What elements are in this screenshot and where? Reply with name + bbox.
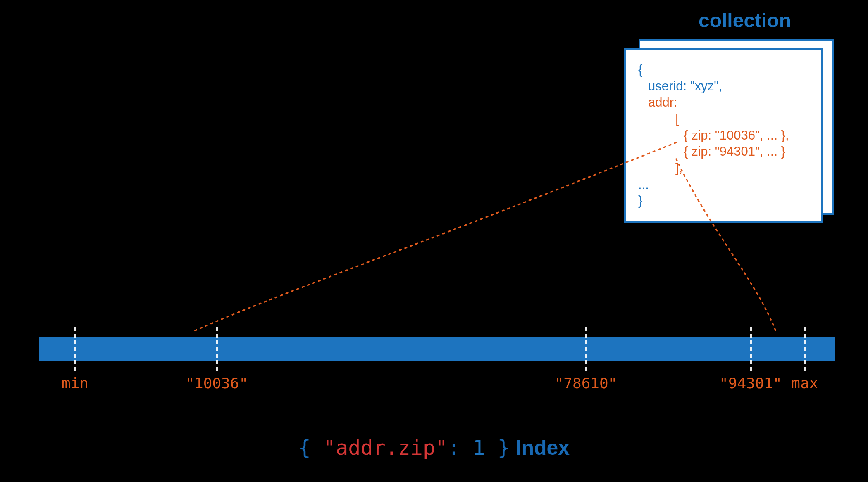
doc-open-brace: { xyxy=(638,62,808,78)
index-tick-label: "78610" xyxy=(555,375,618,392)
index-tick xyxy=(804,327,806,371)
caption-field: "addr.zip" xyxy=(323,436,448,460)
index-tick xyxy=(750,327,752,371)
index-tick-label: min xyxy=(62,375,88,392)
caption-lbrace: { xyxy=(298,436,323,460)
index-caption: { "addr.zip": 1 } Index xyxy=(0,436,868,460)
doc-array-open: [ xyxy=(638,111,808,127)
index-tick-label: max xyxy=(791,375,818,392)
doc-array-close: ], xyxy=(638,160,808,176)
doc-close-brace: } xyxy=(638,192,808,209)
collection-title: collection xyxy=(699,9,791,32)
document-card-front: { userid: "xyz", addr: [ { zip: "10036",… xyxy=(624,48,823,223)
caption-index-word: Index xyxy=(510,436,570,459)
caption-value: 1 xyxy=(472,436,485,460)
doc-addr-label: addr: xyxy=(638,94,808,111)
index-tick xyxy=(74,327,76,371)
caption-colon: : xyxy=(448,436,472,460)
index-tick xyxy=(216,327,218,371)
caption-rbrace: } xyxy=(485,436,510,460)
document-card-stack: { userid: "xyz", addr: [ { zip: "10036",… xyxy=(624,39,834,223)
doc-zip1: { zip: "10036", ... }, xyxy=(638,127,808,144)
index-bar xyxy=(39,337,835,361)
doc-ellipsis: ... xyxy=(638,176,808,193)
doc-zip2: { zip: "94301", ... } xyxy=(638,143,808,160)
index-tick xyxy=(585,327,587,371)
doc-userid: userid: "xyz", xyxy=(638,78,808,95)
index-tick-label: "10036" xyxy=(185,375,248,392)
index-tick-label: "94301" xyxy=(719,375,782,392)
